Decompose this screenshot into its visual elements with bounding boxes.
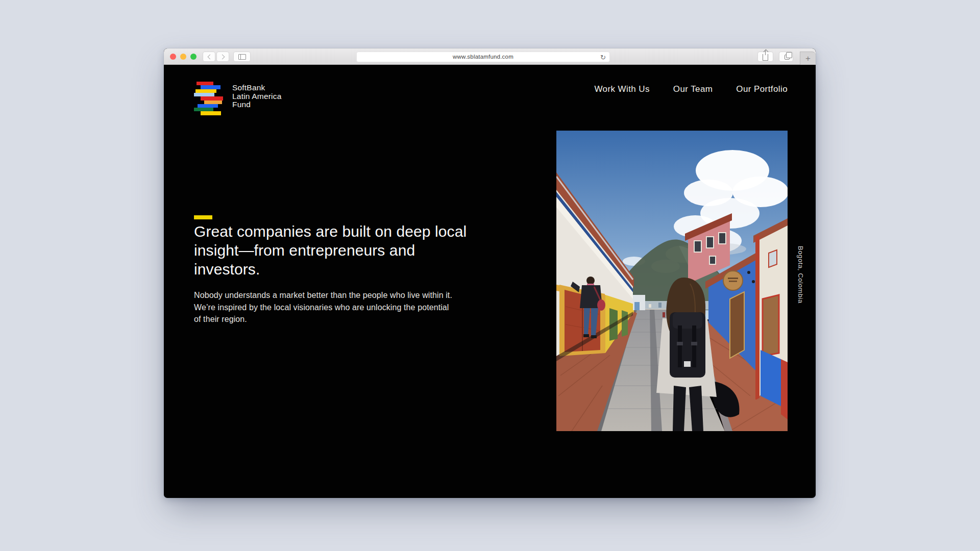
browser-toolbar: www.sblatamfund.com ↻ +: [164, 48, 816, 65]
refresh-icon[interactable]: ↻: [600, 53, 606, 62]
tabs-icon: [785, 55, 790, 60]
share-icon: [763, 54, 768, 61]
nav-item-our-team[interactable]: Our Team: [673, 84, 713, 94]
back-button[interactable]: [203, 52, 215, 62]
browser-window: www.sblatamfund.com ↻ + SoftBank Latin A…: [164, 48, 816, 498]
window-controls: [170, 54, 197, 60]
plus-icon: +: [805, 54, 811, 64]
sidebar-icon: [238, 54, 246, 60]
url-text: www.sblatamfund.com: [453, 54, 513, 60]
sidebar-button[interactable]: [233, 52, 251, 62]
accent-dash: [194, 215, 212, 219]
brand-name: SoftBank Latin America Fund: [232, 82, 282, 115]
address-bar[interactable]: www.sblatamfund.com ↻: [356, 52, 610, 62]
nav-item-our-portfolio[interactable]: Our Portfolio: [736, 84, 788, 94]
chevron-left-icon: [207, 54, 212, 59]
minimize-window-button[interactable]: [180, 54, 186, 60]
street-photo-illustration: [556, 131, 788, 431]
chevron-right-icon: [219, 54, 225, 59]
close-window-button[interactable]: [170, 54, 176, 60]
new-tab-button[interactable]: +: [800, 52, 816, 65]
main-nav: Work With Us Our Team Our Portfolio: [594, 84, 788, 94]
street-photo: [556, 131, 788, 431]
zoom-window-button[interactable]: [190, 54, 197, 60]
forward-button[interactable]: [216, 52, 229, 62]
hero-heading: Great companies are built on deep local …: [194, 222, 510, 279]
logo-mark-icon: [194, 82, 225, 115]
share-button[interactable]: [757, 52, 773, 62]
brand-logo[interactable]: SoftBank Latin America Fund: [194, 82, 282, 115]
webpage-content: SoftBank Latin America Fund Work With Us…: [164, 65, 816, 497]
show-tabs-button[interactable]: [779, 52, 793, 62]
nav-item-work-with-us[interactable]: Work With Us: [594, 84, 649, 94]
hero-body-text: Nobody understands a market better than …: [194, 289, 510, 325]
photo-location-caption: Bogota, Colombia: [797, 246, 804, 322]
